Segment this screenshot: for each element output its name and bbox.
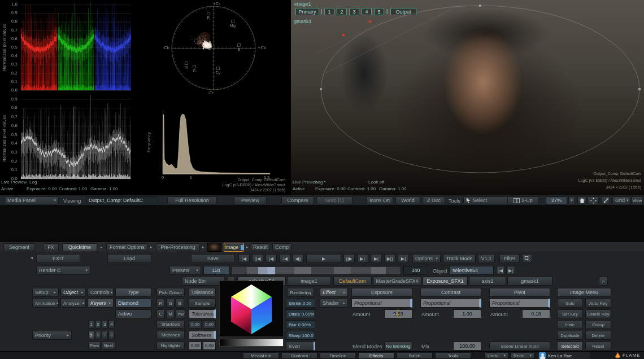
auto-key-button[interactable]: Auto Key <box>585 299 611 308</box>
pivot-mode-field[interactable]: Proportional <box>489 299 550 308</box>
channel-b-button[interactable]: B <box>176 299 184 308</box>
gmask-edge-handle[interactable] <box>479 5 481 7</box>
colour-cube[interactable] <box>220 281 283 336</box>
color-picker-button[interactable] <box>601 196 610 204</box>
key-slot-5-button[interactable]: 5 <box>88 331 94 339</box>
step-forward-button[interactable]: ▶↓ <box>357 254 368 263</box>
softness-mode-field[interactable]: Softness <box>189 331 216 339</box>
node-mastergrade[interactable]: MasterGradeSFX4 <box>373 277 421 286</box>
current-frame-field[interactable]: 131 <box>203 266 229 275</box>
channel-yw-button[interactable]: Yw <box>176 309 185 318</box>
keyers-menu-button[interactable]: Keyers▸ <box>88 299 114 308</box>
module-batch[interactable]: Batch <box>397 352 433 359</box>
go-to-end-button[interactable]: ▶] <box>398 254 409 263</box>
gmask-ellipse[interactable] <box>321 6 639 173</box>
next-keyframe-button[interactable]: ▶| <box>371 254 382 263</box>
contrast-amount-field[interactable]: 1.00 <box>453 309 481 318</box>
blend-mode-button[interactable]: No Blending <box>384 342 412 351</box>
play-button[interactable]: ▶ <box>306 254 341 263</box>
grab-button[interactable]: Grab [1] <box>316 196 353 204</box>
grid-button[interactable]: Grid▾ <box>612 196 630 204</box>
key-slot-2-button[interactable]: 2 <box>95 320 101 329</box>
module-tools[interactable]: Tools <box>435 352 471 359</box>
output-view-button[interactable]: Output <box>390 8 416 15</box>
tab-format-options[interactable]: Format Options <box>106 243 148 251</box>
mix-field[interactable]: 100.00 <box>453 342 481 351</box>
softness-value-1[interactable]: 0.00 <box>189 342 202 350</box>
zoom-dropdown-button[interactable]: ▾ <box>568 196 575 204</box>
highlights-button[interactable]: Highlights <box>156 342 185 350</box>
pan-view-button[interactable] <box>588 196 599 204</box>
setup-menu-button[interactable]: Setup▸ <box>32 288 59 297</box>
sharp-field[interactable]: Sharp 100.0 <box>286 331 315 340</box>
midtones-button[interactable]: Midtones <box>156 331 185 339</box>
media-panel-button[interactable]: Media Panel▾ <box>5 196 59 204</box>
channel-g-button[interactable]: G <box>166 299 175 308</box>
key-slot-8-button[interactable]: 8 <box>108 331 115 339</box>
tab-fx[interactable]: FX <box>43 243 59 251</box>
presets-button[interactable]: Presets▾ <box>169 266 201 275</box>
options-button[interactable]: Options▾ <box>412 254 441 263</box>
dilate-field[interactable]: Dilate 0.00% <box>286 309 315 318</box>
jump-forward-segment-button[interactable]: ▶[] <box>384 254 395 263</box>
sample-button[interactable]: Sample <box>189 299 216 308</box>
tolerance-value-1[interactable]: 0.00 <box>189 320 202 329</box>
timeline-strip[interactable] <box>232 266 401 275</box>
module-timeline[interactable]: Timeline <box>320 352 356 359</box>
duplicate-button[interactable]: Duplicate <box>557 331 583 340</box>
rendering-button[interactable]: Rendering <box>287 288 314 297</box>
load-button[interactable]: Load <box>107 254 151 263</box>
module-mediahub[interactable]: MediaHub <box>243 352 279 359</box>
contrast-mode-field[interactable]: Proportional <box>420 299 481 308</box>
key-slot-4-button[interactable]: 4 <box>108 320 115 329</box>
solo-button[interactable]: Solo <box>557 299 583 308</box>
viewer-canvas[interactable]: image1 Primary | 1 2 3 4 5 | Output gmas… <box>291 0 644 195</box>
two-up-button[interactable]: 2-Up <box>507 196 539 204</box>
node-defaultcam[interactable]: DefaultCam <box>333 277 372 286</box>
viewing-value-field[interactable]: Output_Comp: DefaultC <box>86 196 158 204</box>
pick-colour-button[interactable]: Pick Colour <box>156 288 185 297</box>
blur-field[interactable]: Blur 0.00% <box>286 320 315 329</box>
previous-keyframe-button[interactable]: |◀ <box>266 254 277 263</box>
controls-menu-button[interactable]: Controls▸ <box>88 288 114 297</box>
tab-comp[interactable]: Comp <box>272 243 291 251</box>
view-button[interactable]: View <box>632 196 643 204</box>
key-slot-6-button[interactable]: 6 <box>95 331 101 339</box>
selected-button[interactable]: Selected <box>557 342 583 351</box>
grey-ramp-slider[interactable] <box>219 339 284 347</box>
primary-view-button[interactable]: Primary <box>295 8 319 15</box>
view-page-2-button[interactable]: 2 <box>337 8 347 15</box>
keyer-type-field[interactable]: Diamond <box>115 299 151 308</box>
tolerance-value-2[interactable]: 0.00 <box>203 320 216 329</box>
view-page-1-button[interactable]: 1 <box>324 8 334 15</box>
next-key-button[interactable]: Next <box>102 342 115 350</box>
active-field[interactable]: Active <box>115 309 151 318</box>
shrink-field[interactable]: Shrink 0.00 <box>286 299 315 308</box>
exposure-mode-field[interactable]: Proportional <box>351 299 412 308</box>
channel-c-button[interactable]: C <box>156 309 165 318</box>
tab-image-selected[interactable]: Image <box>224 243 244 252</box>
group-button[interactable]: Group <box>585 320 611 329</box>
full-resolution-button[interactable]: Full Resolution <box>167 196 217 204</box>
gmask-edge-handle[interactable] <box>320 88 322 90</box>
channel-m-button[interactable]: M <box>166 309 175 318</box>
home-view-button[interactable] <box>577 196 586 204</box>
view-page-5-button[interactable]: 5 <box>374 8 384 15</box>
key-slot-3-button[interactable]: 3 <box>102 320 108 329</box>
next-object-button[interactable]: ▶| <box>506 266 515 275</box>
prev-key-button[interactable]: Prev <box>88 342 101 350</box>
user-chip[interactable]: Ken La Rue <box>538 352 590 359</box>
preview-button[interactable]: Preview <box>234 196 267 204</box>
filter-button[interactable]: Filter <box>499 254 520 263</box>
previous-object-button[interactable]: |◀ <box>496 266 505 275</box>
shadows-button[interactable]: Shadows <box>156 320 185 329</box>
chain-next-button[interactable]: > <box>599 277 608 286</box>
tab-quicktime[interactable]: Quicktime <box>62 243 97 251</box>
softness-value-2[interactable]: 0.00 <box>203 342 216 350</box>
key-slot-7-button[interactable]: 7 <box>102 331 108 339</box>
play-reverse-button[interactable]: ◀|| <box>293 254 304 263</box>
reset-button[interactable]: Reset <box>585 342 611 351</box>
animation-menu-button[interactable]: Animation▸ <box>32 299 59 308</box>
world-button[interactable]: World <box>395 196 420 204</box>
scene-linear-input-button[interactable]: Scene Linear Input <box>489 342 550 351</box>
